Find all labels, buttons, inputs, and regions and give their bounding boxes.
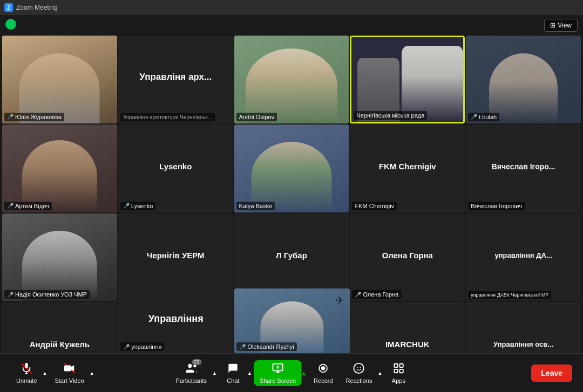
participants-group: 22 Participants ▲ [171, 360, 217, 386]
apps-label: Apps [392, 377, 405, 384]
mic-icon-7: 🎤 [123, 203, 130, 209]
participant-name-10: Вячеслав Ігорович [471, 203, 522, 209]
share-arrow[interactable]: ▲ [301, 370, 306, 376]
mic-icon-22: 🎤 [239, 344, 246, 350]
video-cell-1: 🎤 Юлія Журавлёва [2, 36, 117, 123]
toolbar-left: Unmute ▲ Start Video ▲ [11, 360, 94, 386]
cell-display-name-7: Lysenko [118, 157, 233, 175]
share-screen-group: Share Screen ▲ [254, 360, 306, 386]
participant-name-3: Andrii Osipov [239, 114, 274, 120]
zoom-icon: Z [4, 3, 13, 12]
chat-label: Chat [227, 377, 239, 384]
cell-display-name-13: Л Губар [234, 246, 349, 264]
toolbar: Unmute ▲ Start Video ▲ [0, 353, 583, 392]
mic-icon-6: 🎤 [7, 203, 13, 209]
reactions-arrow[interactable]: ▲ [377, 370, 382, 376]
video-cell-8: Katya Basko [234, 125, 349, 212]
name-tag-10: Вячеслав Ігорович [468, 202, 525, 210]
name-tag-5: 🎤 t.bulah [468, 113, 499, 121]
start-video-button[interactable]: Start Video [49, 360, 89, 386]
chat-button[interactable]: Chat [219, 360, 247, 386]
participants-button[interactable]: 22 Participants [171, 360, 212, 386]
svg-point-13 [354, 363, 364, 373]
participants-arrow[interactable]: ▲ [212, 370, 217, 376]
record-button[interactable]: Record [308, 360, 338, 386]
participant-name-1: Юлія Журавлёва [15, 114, 62, 120]
participant-name-2: Управліня архітектури Чернігівськ... [123, 114, 212, 120]
mic-icon-21: 🎤 [123, 344, 130, 350]
participant-name-6: Артем Відич [15, 203, 49, 209]
svg-point-6 [188, 363, 192, 367]
unmute-arrow[interactable]: ▲ [43, 370, 48, 376]
title-bar: Z Zoom Meeting [0, 0, 583, 15]
unmute-button[interactable]: Unmute [11, 360, 43, 386]
toolbar-center: 22 Participants ▲ Chat ▲ [171, 360, 413, 386]
video-icon [64, 362, 76, 376]
name-tag-3: Andrii Osipov [236, 113, 277, 121]
name-tag-22: 🎤 Oleksandr Ryzhyi [236, 342, 296, 351]
video-cell-9: FKM Chernigiv FKM Chernigiv [350, 125, 465, 212]
unmute-label: Unmute [16, 377, 37, 384]
cell-display-name-10: Вячеслав Ігоро... [466, 158, 581, 175]
participants-icon: 22 [185, 362, 197, 376]
start-video-label: Start Video [55, 377, 84, 384]
name-tag-1: 🎤 Юлія Журавлёва [4, 113, 64, 121]
chat-group: Chat ▲ [219, 360, 252, 386]
reactions-label: Reactions [346, 377, 372, 384]
svg-point-12 [321, 366, 325, 370]
participant-name-8: Katya Basko [239, 203, 273, 209]
reactions-button[interactable]: Reactions [341, 360, 378, 386]
participants-count-badge: 22 [192, 359, 201, 365]
toolbar-right: Leave [531, 365, 572, 382]
reactions-group: Reactions ▲ [341, 360, 383, 386]
chat-icon [227, 362, 239, 376]
cell-display-name-14: Олена Горна [350, 246, 465, 264]
record-label: Record [314, 377, 333, 384]
participant-name-9: FKM Chernigiv [355, 203, 394, 209]
participant-name-22: Oleksandr Ryzhyi [247, 343, 294, 350]
leave-button[interactable]: Leave [531, 365, 572, 382]
cell-display-name-12: Чернігів УЕРМ [118, 246, 233, 264]
video-cell-4: Чернігівська міська рада [350, 36, 465, 123]
svg-rect-17 [399, 363, 403, 367]
name-tag-4: Чернігівська міська рада [354, 111, 427, 120]
share-screen-icon [272, 362, 284, 376]
participant-name-21: управління [131, 343, 161, 350]
video-cell-22: ✈ 🎤 Oleksandr Ryzhyi [234, 288, 349, 353]
grid-icon: ⊞ [550, 22, 555, 29]
mic-icon-5: 🎤 [471, 114, 477, 120]
cell-display-name-15: управління ДА... [466, 247, 581, 264]
microphone-icon [21, 362, 32, 376]
svg-point-15 [360, 367, 361, 368]
view-button[interactable]: ⊞ View [544, 19, 578, 32]
video-cell-3: Andrii Osipov [234, 36, 349, 123]
record-icon [317, 362, 329, 376]
svg-point-14 [357, 367, 358, 368]
name-tag-2: Управліня архітектури Чернігівськ... [120, 113, 215, 121]
cell-display-name-21: Управління [118, 309, 233, 329]
share-screen-button[interactable]: Share Screen [254, 360, 301, 386]
name-tag-8: Katya Basko [236, 202, 275, 210]
name-tag-21: 🎤 управління [120, 342, 164, 351]
video-cell-5: 🎤 t.bulah [466, 36, 581, 123]
start-video-group: Start Video ▲ [49, 360, 94, 386]
apps-button[interactable]: Apps [384, 360, 412, 386]
apps-icon [392, 362, 404, 376]
video-arrow[interactable]: ▲ [90, 370, 94, 376]
chat-arrow[interactable]: ▲ [247, 370, 252, 376]
name-tag-9: FKM Chernigiv [352, 202, 397, 210]
reactions-icon [353, 362, 365, 376]
mic-icon-1: 🎤 [7, 114, 13, 120]
participant-name-5: t.bulah [479, 114, 497, 120]
video-cell-6: 🎤 Артем Відич [2, 125, 117, 212]
cell-display-name-9: FKM Chernigiv [350, 157, 465, 175]
svg-rect-16 [394, 363, 397, 367]
share-screen-label: Share Screen [260, 377, 296, 384]
name-tag-7: 🎤 Lysenko [120, 202, 156, 210]
apps-group: Apps [384, 360, 412, 386]
unmute-group: Unmute ▲ [11, 360, 47, 386]
recording-indicator [5, 19, 16, 30]
svg-rect-19 [399, 369, 403, 372]
video-cell-7: Lysenko 🎤 Lysenko [118, 125, 233, 212]
participant-name-7: Lysenko [131, 203, 153, 209]
